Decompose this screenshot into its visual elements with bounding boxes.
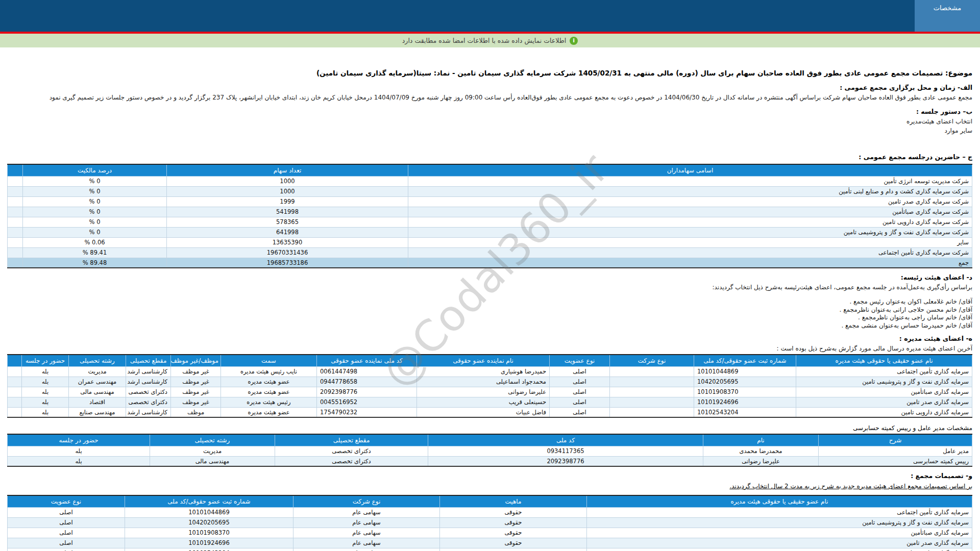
manager-table-caption: مشخصات مدیر عامل و رییس کمیته حسابرسی — [8, 424, 972, 432]
table-cell: دکترای تخصصی — [275, 456, 428, 466]
table-cell — [8, 397, 22, 407]
table-cell: سرمایه گذاری دارویی تامین — [587, 548, 972, 551]
table-cell: مهندسی مالی — [150, 456, 275, 466]
table-cell: مدیر عامل — [819, 446, 972, 456]
table-cell: بله — [8, 446, 150, 456]
table-cell: سهامی عام — [293, 538, 440, 548]
column-header: نوع عضویت — [550, 355, 610, 366]
table-cell — [610, 407, 694, 417]
table-cell: کارشناسی ارشد — [126, 407, 171, 417]
section-f-intro: بر اساس تصمیمات مجمع اعضای هیئت مدیره جد… — [8, 483, 972, 490]
table-cell: عضو هیئت مدیره — [221, 377, 317, 387]
column-header: تعداد سهام — [167, 164, 408, 176]
table-cell: 578365 — [167, 217, 408, 227]
table-cell: عضو هیئت مدیره — [221, 387, 317, 397]
table-cell: مهندسی مالی — [69, 387, 126, 397]
table-cell: سرمایه گذاری نفت و گاز و پتروشیمی تامین — [587, 517, 972, 528]
table-cell: غیر موظف — [171, 366, 221, 377]
table-cell: سرمایه گذاری صباتأمین — [796, 387, 972, 397]
table-cell: غیر موظف — [171, 387, 221, 397]
table-header-row: نام عضو حقیقی یا حقوقی هیئت مدیرهشماره ث… — [8, 355, 972, 366]
table-cell: سرمایه گذاری صدر تامین — [587, 538, 972, 548]
table-cell: مدیریت — [69, 366, 126, 377]
table-cell: 10101924696 — [694, 397, 796, 407]
table-cell: سرمایه گذاری تأمین اجتماعی — [587, 507, 972, 517]
table-cell: 0061447498 — [317, 366, 417, 377]
table-cell: % 89.48 — [23, 258, 167, 268]
board-officers-list: آقای/ خانم غلامعلی اکوان به‌عنوان رئیس م… — [8, 298, 972, 330]
table-row: سرمایه گذاری دارویی تامینحقوقیسهامی عام1… — [8, 548, 972, 551]
table-cell: دکترای تخصصی — [126, 397, 171, 407]
shareholders-table: اسامی سهامدارانتعداد سهامدرصد مالکیتشرکت… — [7, 164, 972, 268]
table-cell: اصلی — [550, 387, 610, 397]
column-header: حضور در جلسه — [22, 355, 69, 366]
table-cell: 10101044869 — [125, 507, 293, 517]
section-e-title: ه- اعضای هیئت مدیره : — [8, 335, 972, 342]
column-header: مقطع تحصیلی — [126, 355, 171, 366]
table-cell: % 0 — [23, 196, 167, 207]
table-cell: دکترای تخصصی — [126, 387, 171, 397]
table-cell: اصلی — [8, 528, 125, 538]
table-cell: سهامی عام — [293, 507, 440, 517]
table-cell: اصلی — [8, 507, 125, 517]
table-row: سرمایه گذاری تأمین اجتماعی10101044869اصل… — [8, 366, 972, 377]
officer-line: آقای/ خانم حمیدرضا حساس به‌عنوان منشی مج… — [8, 322, 972, 330]
table-cell — [610, 366, 694, 377]
table-cell: سایر — [408, 237, 972, 247]
table-cell: کارشناسی ارشد — [126, 366, 171, 377]
table-cell: سرمایه گذاری تأمین اجتماعی — [796, 366, 972, 377]
table-cell: 19685733186 — [167, 258, 408, 268]
table-row: رییس کمیته حسابرسیعلیرضا رضوانی209239877… — [8, 456, 972, 466]
column-header: ماهیت — [440, 495, 587, 507]
table-cell: غیر موظف — [171, 397, 221, 407]
table-cell: % 89.41 — [23, 247, 167, 258]
section-b-title: ب– دستور جلسه : — [8, 108, 972, 115]
table-cell: علیرضا رضوانی — [703, 456, 819, 466]
column-header — [8, 164, 23, 176]
table-cell — [8, 377, 22, 387]
agenda-item-1: انتخاب اعضای هیئت‌مدیره — [8, 118, 972, 125]
table-cell: شرکت سرمایه گذاری تأمین اجتماعی — [408, 247, 972, 258]
table-cell: اقتصاد — [69, 397, 126, 407]
column-header: مقطع تحصیلی — [275, 434, 428, 446]
table-cell: % 0.06 — [23, 237, 167, 247]
table-cell: 10102543204 — [694, 407, 796, 417]
table-cell — [8, 387, 22, 397]
table-row: سرمایه گذاری نفت و گاز و پتروشیمی تامین1… — [8, 377, 972, 387]
table-cell: حمیدرضا هوشیاری — [417, 366, 550, 377]
table-cell: محمدجواد اسماعیلی — [417, 377, 550, 387]
table-cell — [8, 237, 23, 247]
table-cell: مهندسی عمران — [69, 377, 126, 387]
column-header: نوع عضویت — [8, 495, 125, 507]
column-header: سمت — [221, 355, 317, 366]
section-c-title: ج – حاضرین درجلسه مجمع عمومی : — [8, 153, 972, 161]
tab-specifications[interactable]: مشخصات — [915, 0, 980, 32]
table-row: سرمایه گذاری صدر تامینحقوقیسهامی عام1010… — [8, 538, 972, 548]
table-cell: محمدرضا محمدی — [703, 446, 819, 456]
column-header: نوع شرکت — [293, 495, 440, 507]
top-header-bar: مشخصات — [0, 0, 980, 32]
table-cell: دکترای تخصصی — [275, 446, 428, 456]
table-header-row: شرحنامکد ملیمقطع تحصیلیرشته تحصیلیحضور د… — [8, 434, 972, 446]
table-cell: اصلی — [550, 377, 610, 387]
table-cell: بله — [22, 397, 69, 407]
subject-title: موضوع: تصمیمات مجمع عمومی عادی بطور فوق … — [8, 69, 972, 77]
table-cell: سرمایه گذاری دارویی تامین — [796, 407, 972, 417]
content: موضوع: تصمیمات مجمع عمومی عادی بطور فوق … — [0, 47, 980, 551]
table-cell: 0934117365 — [428, 446, 703, 456]
table-cell: % 0 — [23, 176, 167, 186]
table-cell: % 0 — [23, 217, 167, 227]
table-header-row: نام عضو حقیقی یا حقوقی هیئت مدیرهماهیتنو… — [8, 495, 972, 507]
column-header: شرح — [819, 434, 972, 446]
table-cell: 13635390 — [167, 237, 408, 247]
table-cell — [8, 258, 23, 268]
table-row: شرکت سرمایه گذاری کشت و دام و صنایع لبنی… — [8, 186, 972, 196]
table-row: سرمایه گذاری تأمین اجتماعیحقوقیسهامی عام… — [8, 507, 972, 517]
decisions-table: نام عضو حقیقی یا حقوقی هیئت مدیرهماهیتنو… — [7, 495, 972, 551]
table-cell — [610, 397, 694, 407]
column-header — [8, 355, 22, 366]
table-cell: 10102543204 — [125, 548, 293, 551]
table-cell: سرمایه گذاری صباتأمین — [587, 528, 972, 538]
table-cell: کارشناسی ارشد — [126, 377, 171, 387]
table-cell: حقوقی — [440, 528, 587, 538]
